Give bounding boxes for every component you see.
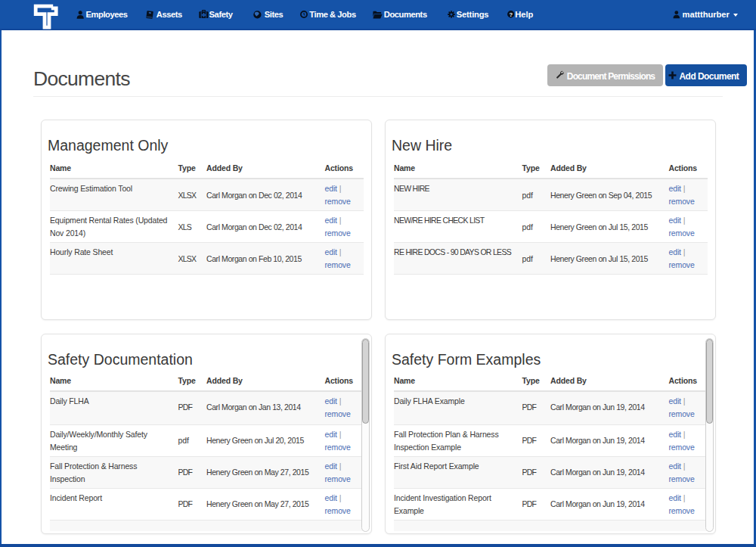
svg-text:?: ? [509, 11, 513, 18]
